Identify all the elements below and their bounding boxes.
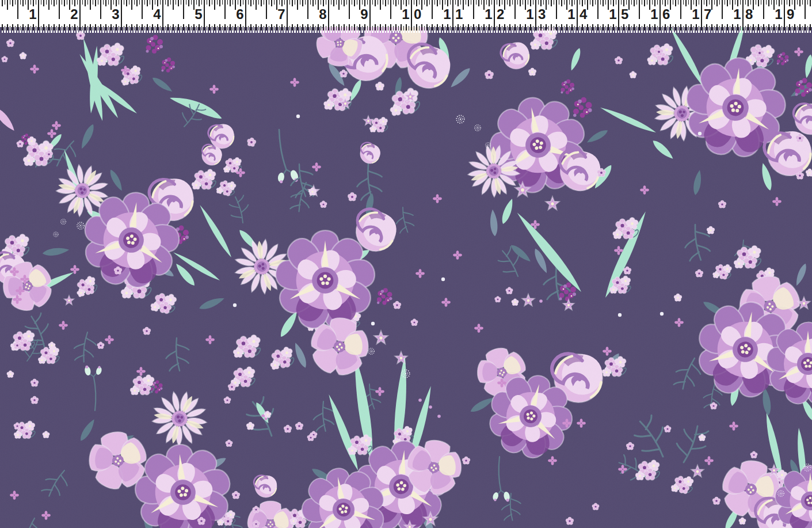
- fabric-pattern: [0, 0, 812, 528]
- ruler-number: 0: [414, 6, 421, 22]
- ruler-number: 8: [319, 6, 326, 22]
- ruler-number: 1: [526, 6, 533, 22]
- ruler-number: 6: [236, 6, 243, 22]
- ruler-number: 1: [402, 6, 409, 22]
- ruler-number: 9: [360, 6, 368, 22]
- ruler-number: 7: [277, 6, 285, 22]
- ruler-number: 6: [662, 6, 670, 22]
- ruler-number: 1: [455, 6, 463, 22]
- ruler-number: 8: [745, 6, 753, 22]
- ruler-number: 9: [787, 6, 794, 22]
- ruler-number: 1: [609, 6, 616, 22]
- ruler-number: 5: [621, 6, 628, 22]
- ruler-number: 4: [153, 6, 161, 22]
- fabric-texture-overlay: [0, 32, 812, 528]
- fabric-area: [0, 6, 812, 528]
- ruler-number: 1: [443, 6, 451, 22]
- ruler-number: 4: [580, 6, 588, 22]
- ruler: 12345678910111213141516171819: [0, 0, 812, 33]
- ruler-number: 3: [112, 6, 119, 22]
- ruler-number: 1: [775, 6, 782, 22]
- ruler-number: 5: [195, 6, 202, 22]
- ruler-number: 1: [650, 6, 658, 22]
- fabric-swatch-photo: 12345678910111213141516171819: [0, 0, 812, 528]
- ruler-number: 7: [704, 6, 711, 22]
- ruler-number: 1: [692, 6, 699, 22]
- ruler-number: 1: [567, 6, 575, 22]
- ruler-number: 2: [70, 6, 78, 22]
- ruler-number: 1: [29, 6, 36, 22]
- ruler-number: 1: [733, 6, 741, 22]
- ruler-number: 1: [485, 6, 492, 22]
- ruler-number: 2: [497, 6, 504, 22]
- ruler-number: 3: [538, 6, 546, 22]
